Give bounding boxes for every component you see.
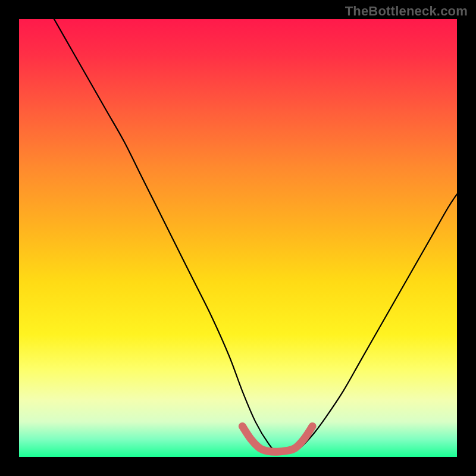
watermark-text: TheBottleneck.com	[345, 4, 468, 19]
chart-plot-area	[19, 19, 457, 457]
bottleneck-curve-path	[54, 19, 457, 453]
optimal-band-path	[242, 426, 312, 452]
chart-svg	[19, 19, 457, 457]
